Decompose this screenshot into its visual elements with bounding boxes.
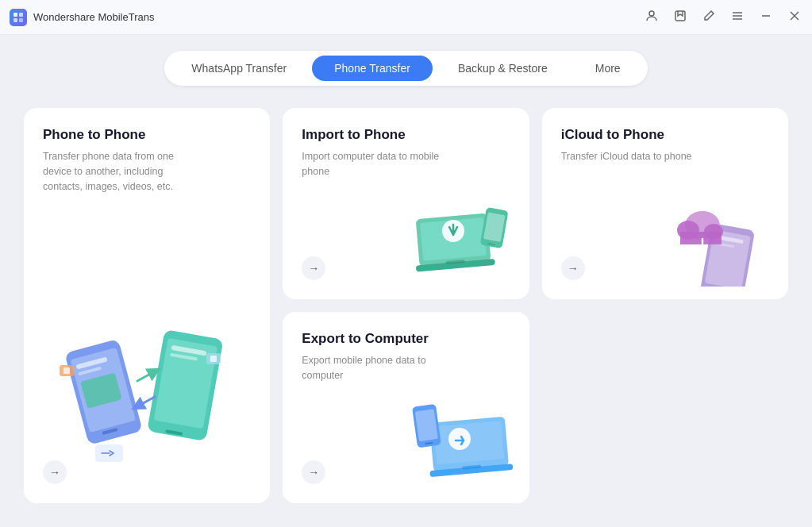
app-icon (10, 9, 27, 26)
minimize-button[interactable] (758, 8, 774, 26)
icloud-illustration (672, 191, 775, 287)
card-export-desc: Export mobile phone data to computer (302, 353, 460, 383)
tab-more[interactable]: More (573, 56, 643, 81)
card-phone-to-phone-desc: Transfer phone data from one device to a… (43, 149, 202, 194)
account-icon[interactable] (644, 8, 660, 26)
svg-point-4 (649, 11, 654, 16)
svg-rect-24 (63, 367, 70, 374)
svg-rect-1 (19, 13, 23, 17)
card-export-title: Export to Computer (302, 331, 510, 347)
tab-whatsapp[interactable]: WhatsApp Transfer (169, 56, 309, 81)
import-illustration (414, 191, 517, 287)
app-name: Wondershare MobileTrans (33, 11, 154, 23)
bookmark-icon[interactable] (672, 8, 688, 26)
card-export-to-computer[interactable]: Export to Computer Export mobile phone d… (283, 312, 529, 503)
tab-backup[interactable]: Backup & Restore (436, 56, 570, 81)
edit-icon[interactable] (701, 8, 717, 26)
card-import-title: Import to Phone (302, 127, 510, 143)
svg-point-49 (448, 428, 471, 450)
card-import-desc: Import computer data to mobile phone (302, 149, 460, 179)
export-illustration (406, 395, 517, 490)
svg-rect-3 (19, 18, 23, 22)
card-icloud-desc: Transfer iCloud data to phone (561, 149, 720, 164)
menu-icon[interactable] (729, 8, 745, 26)
cards-grid: Phone to Phone Transfer phone data from … (24, 108, 788, 503)
titlebar: Wondershare MobileTrans (0, 0, 812, 35)
svg-rect-0 (13, 13, 17, 17)
card-icloud-arrow[interactable]: → (561, 256, 585, 280)
main-content: WhatsApp Transfer Phone Transfer Backup … (0, 35, 812, 527)
titlebar-controls (644, 8, 802, 26)
card-import-arrow[interactable]: → (302, 256, 325, 280)
card-icloud-title: iCloud to Phone (561, 127, 769, 143)
titlebar-left: Wondershare MobileTrans (10, 9, 154, 26)
tab-phone[interactable]: Phone Transfer (312, 56, 433, 81)
card-phone-to-phone-title: Phone to Phone (43, 127, 251, 143)
close-button[interactable] (787, 8, 802, 26)
card-icloud-to-phone[interactable]: iCloud to Phone Transfer iCloud data to … (542, 108, 788, 299)
card-import-to-phone[interactable]: Import to Phone Import computer data to … (283, 108, 529, 299)
svg-rect-2 (13, 18, 17, 22)
nav-tabs: WhatsApp Transfer Phone Transfer Backup … (164, 51, 647, 86)
svg-rect-26 (210, 356, 217, 362)
card-phone-to-phone[interactable]: Phone to Phone Transfer phone data from … (24, 108, 270, 503)
svg-rect-5 (675, 11, 685, 21)
phone-to-phone-illustration (52, 310, 242, 468)
svg-rect-44 (680, 232, 722, 244)
card-export-arrow[interactable]: → (302, 460, 325, 484)
